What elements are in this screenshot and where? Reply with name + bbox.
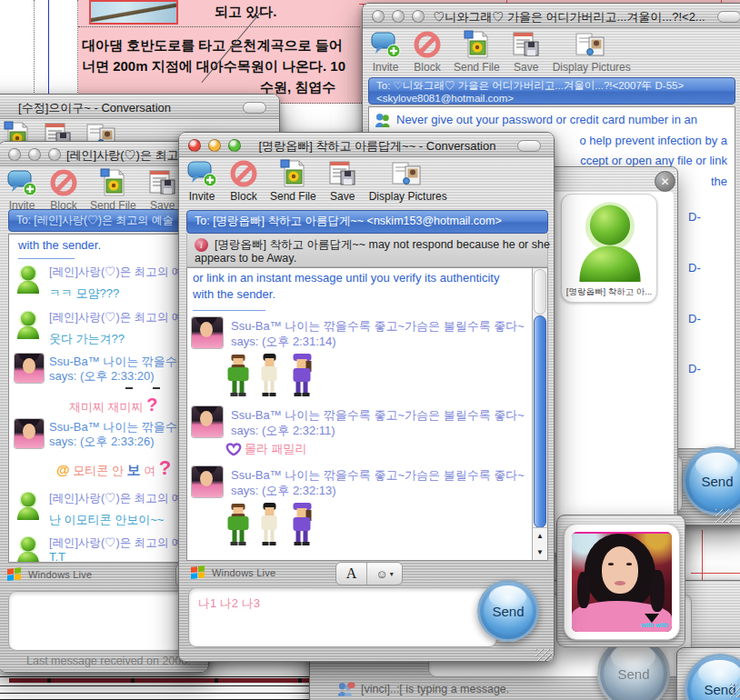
scroll-down-icon[interactable]: ▼: [536, 548, 544, 556]
close-button[interactable]: [372, 10, 385, 23]
question-emoticon: ?: [159, 456, 171, 479]
collapse-button[interactable]: [717, 11, 740, 23]
send-button-label: Send: [492, 604, 524, 619]
minimize-button[interactable]: [243, 102, 266, 114]
scrollbar-thumb[interactable]: [534, 315, 546, 528]
message-fragment: D-: [688, 210, 701, 224]
user-picture-panel: with with: [556, 515, 685, 647]
window-title: [수정]으이구~ - Conversation: [0, 100, 279, 116]
send-file-icon: [97, 168, 128, 197]
chat-scrollbar[interactable]: ▲ ▼: [532, 268, 547, 560]
message-input[interactable]: [8, 591, 197, 651]
message-fragment: D-: [688, 312, 701, 325]
save-button[interactable]: Save: [327, 159, 358, 203]
message-text-part: 보: [127, 462, 141, 477]
photo-lips: [615, 581, 625, 585]
ssu-ba-avatar: [192, 406, 223, 437]
away-info-line: [명랑옵빠] 착하고 아름답게~~ may not respond becaus…: [215, 237, 550, 253]
safety-warning: Never give out your password or credit c…: [375, 113, 697, 128]
titlebar[interactable]: [레인]사랑(♡)은 최고의 애: [0, 142, 208, 166]
scroll-up-icon[interactable]: ▲: [536, 532, 544, 540]
typing-icon: [337, 681, 355, 696]
close-button[interactable]: [8, 148, 21, 161]
message-text-part: 모티콘 안: [73, 464, 124, 477]
message-timestamp: says: (오후 2:32:11): [231, 423, 335, 439]
save-button[interactable]: Save: [147, 168, 178, 212]
info-glyph: i: [200, 240, 203, 250]
window-corner[interactable]: Send: [676, 647, 740, 700]
minimize-button[interactable]: [28, 148, 41, 161]
message-text-part: 여: [144, 464, 155, 477]
last-message-status: Last message received on 2006.: [26, 655, 191, 667]
font-button[interactable]: A: [336, 563, 367, 585]
photo-hair-strand: [650, 570, 665, 612]
toolbar-label: Send File: [270, 190, 316, 203]
article-caption: 되고 있다.: [215, 4, 276, 21]
emoticon-button[interactable]: ☺ ▾: [367, 563, 402, 585]
block-icon: [412, 30, 443, 59]
message-sender: Ssu-Ba™ 나이는 깎을수록 좋고~가슴은 불릴수록 좋다~: [231, 318, 525, 335]
invite-button[interactable]: Invite: [6, 168, 37, 212]
zoom-button[interactable]: [228, 139, 241, 152]
resize-handle[interactable]: [715, 509, 732, 523]
photo-eye: [608, 563, 614, 565]
block-button[interactable]: Block: [228, 159, 259, 203]
block-button[interactable]: Block: [48, 168, 79, 212]
block-icon: [48, 168, 79, 197]
desktop: 되고 있다. 대아댐 호반도로를 타고 은천계곡으로 들어 너면 200m 지점…: [0, 0, 740, 700]
send-file-button[interactable]: Send File: [90, 168, 136, 212]
send-button-label: Send: [617, 666, 649, 682]
minimize-button[interactable]: [208, 139, 221, 152]
photo-hair-strand: [577, 572, 590, 608]
collapse-button[interactable]: [517, 140, 541, 152]
chat-history[interactable]: or link in an instant message until you …: [186, 267, 548, 561]
toolbar: Invite Block Send File Save Display Pict…: [186, 159, 447, 203]
warning-text: Never give out your password or credit c…: [396, 113, 697, 126]
invite-button[interactable]: Invite: [186, 159, 217, 203]
message-input[interactable]: 나1 나2 나3: [188, 587, 497, 647]
message-divider: [18, 258, 75, 259]
invite-button[interactable]: Invite: [370, 30, 401, 74]
message-sender: [레인]사랑(♡)은 최고의 예: [49, 265, 183, 280]
send-file-icon: [277, 159, 308, 188]
titlebar[interactable]: [명랑옵빠] 착하고 아름답게~~ - Conversation: [179, 133, 554, 157]
resize-handle[interactable]: [535, 649, 552, 662]
close-icon[interactable]: ✕: [655, 171, 675, 192]
article-line: 대아댐 호반도로를 타고 은천계곡으로 들어: [82, 35, 362, 55]
article-photo: [89, 0, 178, 25]
chat-history[interactable]: with the sender. [레인]사랑(♡)은 최고의 예 ㅋㅋ 모얌?…: [8, 234, 203, 563]
brand-label: Windows Live: [28, 569, 92, 580]
block-button[interactable]: Block: [412, 30, 443, 74]
emoticon-dash: [125, 387, 133, 389]
window-myungrang-conversation[interactable]: [명랑옵빠] 착하고 아름답게~~ - Conversation Invite …: [178, 132, 555, 662]
warning-text-fragment: with the sender.: [18, 238, 101, 252]
warning-text-fragment: o help prevent infection by a: [579, 134, 727, 147]
window-controls: [372, 10, 425, 23]
message-text: 난 이모티콘 안보이~~: [49, 512, 164, 528]
message-text-part: 재미찌 재미찌: [69, 400, 144, 414]
titlebar[interactable]: ♡니와그래♡ 가을은 어디가버리고...겨울이...?!<2...: [363, 4, 740, 28]
send-button[interactable]: Send: [683, 446, 740, 515]
display-pictures-button[interactable]: Display Pictures: [553, 30, 631, 74]
typing-status: [vinci]..:[ is typing a message.: [337, 681, 509, 696]
titlebar[interactable]: [수정]으이구~ - Conversation: [0, 95, 279, 119]
display-pictures-button[interactable]: Display Pictures: [369, 159, 447, 203]
save-button[interactable]: Save: [511, 30, 542, 74]
send-file-button[interactable]: Send File: [270, 159, 316, 203]
brand-bar: Windows Live: [190, 565, 275, 580]
scrollbar-track-top: [534, 269, 546, 315]
user-photo: with with: [572, 532, 672, 632]
warning-text-fragment: with the sender.: [193, 287, 275, 301]
resize-handle[interactable]: [730, 684, 740, 697]
minimize-button[interactable]: [392, 10, 405, 23]
msn-buddy-avatar: [15, 264, 42, 294]
zoom-button[interactable]: [48, 148, 61, 161]
zoom-button[interactable]: [412, 10, 425, 23]
send-button[interactable]: Send: [477, 580, 539, 642]
away-info-line: appears to be Away.: [195, 252, 296, 265]
message-divider: [193, 310, 265, 311]
send-file-button[interactable]: Send File: [454, 30, 500, 74]
toolbar-label: Save: [514, 61, 538, 74]
toolbar-label: Block: [414, 61, 440, 74]
close-button[interactable]: [188, 139, 201, 152]
